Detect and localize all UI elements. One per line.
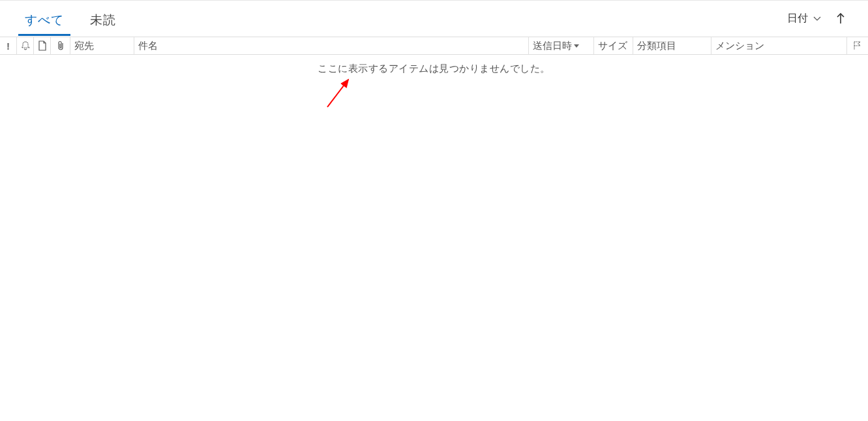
arrow-up-icon — [835, 12, 846, 25]
column-importance[interactable]: ! — [0, 37, 17, 54]
tab-all[interactable]: すべて — [18, 4, 70, 36]
column-subject[interactable]: 件名 — [134, 37, 529, 54]
column-to[interactable]: 宛先 — [70, 37, 134, 54]
column-sent-label: 送信日時 — [533, 40, 572, 52]
sort-direction-button[interactable] — [835, 12, 846, 25]
page-icon — [37, 40, 48, 51]
column-reminder[interactable] — [17, 37, 34, 54]
svg-marker-1 — [574, 44, 579, 48]
sort-by-label: 日付 — [787, 12, 808, 25]
sort-by-button[interactable]: 日付 — [787, 12, 822, 25]
filter-tabs: すべて 未読 — [0, 1, 787, 36]
column-item-type[interactable] — [34, 37, 51, 54]
bell-icon — [20, 40, 31, 51]
empty-state-message: ここに表示するアイテムは見つかりませんでした。 — [318, 63, 550, 75]
column-flag[interactable] — [847, 37, 868, 54]
column-size[interactable]: サイズ — [594, 37, 633, 54]
column-mention[interactable]: メンション — [711, 37, 847, 54]
column-sent[interactable]: 送信日時 — [529, 37, 594, 54]
column-headers: ! 宛先 件名 送信日時 サイズ 分類項目 — [0, 37, 868, 55]
importance-icon: ! — [7, 40, 10, 52]
filter-sort-row: すべて 未読 日付 — [0, 1, 868, 37]
triangle-down-icon — [573, 42, 580, 49]
flag-icon — [852, 40, 863, 51]
tab-unread[interactable]: 未読 — [83, 4, 123, 36]
chevron-down-icon — [812, 13, 822, 23]
svg-line-2 — [327, 80, 348, 107]
annotation-arrow-icon — [320, 73, 359, 112]
sort-controls: 日付 — [787, 12, 858, 25]
mail-list-pane: すべて 未読 日付 ! — [0, 0, 868, 421]
column-attachment[interactable] — [51, 37, 70, 54]
mail-list-body: ここに表示するアイテムは見つかりませんでした。 — [0, 55, 868, 421]
column-categories[interactable]: 分類項目 — [633, 37, 711, 54]
paperclip-icon — [55, 40, 66, 51]
